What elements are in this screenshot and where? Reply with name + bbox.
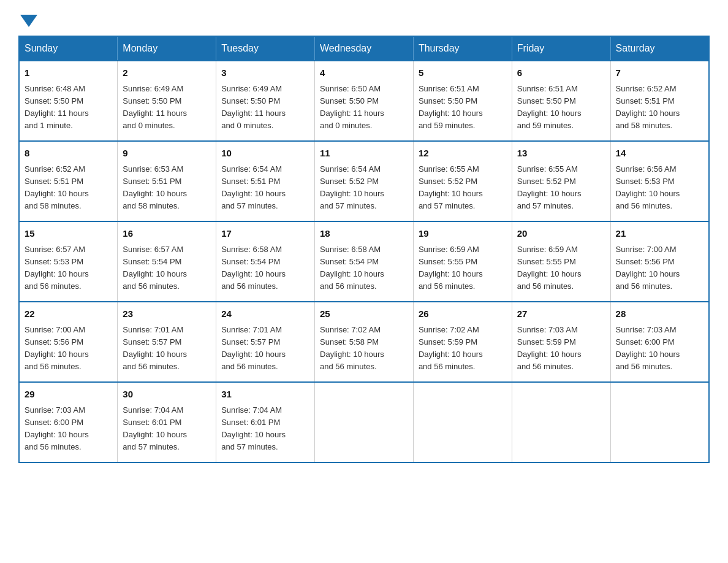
day-info: Sunrise: 6:53 AMSunset: 5:51 PMDaylight:…: [123, 164, 187, 210]
calendar-header-wednesday: Wednesday: [315, 36, 414, 61]
day-info: Sunrise: 6:54 AMSunset: 5:51 PMDaylight:…: [221, 164, 286, 210]
day-number: 12: [419, 147, 507, 161]
day-number: 18: [320, 227, 408, 241]
day-number: 21: [616, 227, 703, 241]
calendar-cell: 8Sunrise: 6:52 AMSunset: 5:51 PMDaylight…: [19, 141, 118, 221]
day-info: Sunrise: 6:48 AMSunset: 5:50 PMDaylight:…: [25, 84, 89, 130]
day-info: Sunrise: 6:54 AMSunset: 5:52 PMDaylight:…: [320, 164, 384, 210]
calendar-cell: 25Sunrise: 7:02 AMSunset: 5:58 PMDayligh…: [315, 302, 414, 382]
day-number: 20: [517, 227, 605, 241]
calendar-cell: 26Sunrise: 7:02 AMSunset: 5:59 PMDayligh…: [413, 302, 512, 382]
calendar-cell: 30Sunrise: 7:04 AMSunset: 6:01 PMDayligh…: [118, 382, 216, 462]
day-info: Sunrise: 6:56 AMSunset: 5:53 PMDaylight:…: [616, 164, 680, 210]
calendar-header-monday: Monday: [118, 36, 216, 61]
calendar-cell: 5Sunrise: 6:51 AMSunset: 5:50 PMDaylight…: [413, 61, 512, 141]
calendar-cell: [512, 382, 610, 462]
day-number: 3: [221, 66, 309, 80]
logo: [18, 12, 37, 23]
day-info: Sunrise: 6:50 AMSunset: 5:50 PMDaylight:…: [320, 84, 384, 130]
day-info: Sunrise: 6:52 AMSunset: 5:51 PMDaylight:…: [25, 164, 89, 210]
calendar-cell: 4Sunrise: 6:50 AMSunset: 5:50 PMDaylight…: [315, 61, 414, 141]
calendar-header-row: SundayMondayTuesdayWednesdayThursdayFrid…: [19, 36, 709, 61]
calendar-week-row: 1Sunrise: 6:48 AMSunset: 5:50 PMDaylight…: [19, 61, 709, 141]
calendar-cell: 14Sunrise: 6:56 AMSunset: 5:53 PMDayligh…: [610, 141, 709, 221]
calendar-week-row: 15Sunrise: 6:57 AMSunset: 5:53 PMDayligh…: [19, 221, 709, 302]
day-info: Sunrise: 6:51 AMSunset: 5:50 PMDaylight:…: [419, 84, 483, 130]
day-number: 31: [221, 388, 309, 402]
day-info: Sunrise: 7:03 AMSunset: 6:00 PMDaylight:…: [25, 405, 89, 451]
calendar-header-sunday: Sunday: [19, 36, 118, 61]
calendar-week-row: 8Sunrise: 6:52 AMSunset: 5:51 PMDaylight…: [19, 141, 709, 221]
page-header: [18, 12, 710, 23]
calendar-week-row: 29Sunrise: 7:03 AMSunset: 6:00 PMDayligh…: [19, 382, 709, 462]
day-info: Sunrise: 6:49 AMSunset: 5:50 PMDaylight:…: [221, 84, 286, 130]
day-number: 23: [123, 307, 211, 321]
calendar-header-friday: Friday: [512, 36, 610, 61]
day-info: Sunrise: 6:49 AMSunset: 5:50 PMDaylight:…: [123, 84, 187, 130]
calendar-header-saturday: Saturday: [610, 36, 709, 61]
day-info: Sunrise: 7:03 AMSunset: 6:00 PMDaylight:…: [616, 325, 680, 371]
day-number: 11: [320, 147, 408, 161]
day-number: 27: [517, 307, 605, 321]
day-info: Sunrise: 6:55 AMSunset: 5:52 PMDaylight:…: [419, 164, 483, 210]
logo-triangle-icon: [20, 15, 37, 27]
calendar-cell: [413, 382, 512, 462]
day-info: Sunrise: 7:00 AMSunset: 5:56 PMDaylight:…: [616, 245, 680, 291]
day-number: 17: [221, 227, 309, 241]
day-info: Sunrise: 6:59 AMSunset: 5:55 PMDaylight:…: [517, 245, 582, 291]
calendar-cell: 2Sunrise: 6:49 AMSunset: 5:50 PMDaylight…: [118, 61, 216, 141]
day-number: 2: [123, 66, 211, 80]
day-number: 5: [419, 66, 507, 80]
day-number: 14: [616, 147, 703, 161]
calendar-cell: 28Sunrise: 7:03 AMSunset: 6:00 PMDayligh…: [610, 302, 709, 382]
day-number: 4: [320, 66, 408, 80]
calendar-cell: 10Sunrise: 6:54 AMSunset: 5:51 PMDayligh…: [216, 141, 315, 221]
calendar-cell: 31Sunrise: 7:04 AMSunset: 6:01 PMDayligh…: [216, 382, 315, 462]
calendar-cell: 21Sunrise: 7:00 AMSunset: 5:56 PMDayligh…: [610, 221, 709, 302]
calendar-cell: 15Sunrise: 6:57 AMSunset: 5:53 PMDayligh…: [19, 221, 118, 302]
calendar-cell: 24Sunrise: 7:01 AMSunset: 5:57 PMDayligh…: [216, 302, 315, 382]
day-info: Sunrise: 6:58 AMSunset: 5:54 PMDaylight:…: [221, 245, 286, 291]
day-number: 22: [25, 307, 112, 321]
calendar-cell: 11Sunrise: 6:54 AMSunset: 5:52 PMDayligh…: [315, 141, 414, 221]
day-info: Sunrise: 7:00 AMSunset: 5:56 PMDaylight:…: [25, 325, 89, 371]
day-info: Sunrise: 6:51 AMSunset: 5:50 PMDaylight:…: [517, 84, 582, 130]
day-number: 7: [616, 66, 703, 80]
calendar-header-tuesday: Tuesday: [216, 36, 315, 61]
calendar-cell: 13Sunrise: 6:55 AMSunset: 5:52 PMDayligh…: [512, 141, 610, 221]
calendar-cell: [610, 382, 709, 462]
day-info: Sunrise: 7:01 AMSunset: 5:57 PMDaylight:…: [221, 325, 286, 371]
day-number: 1: [25, 66, 112, 80]
day-info: Sunrise: 7:03 AMSunset: 5:59 PMDaylight:…: [517, 325, 582, 371]
day-info: Sunrise: 6:57 AMSunset: 5:53 PMDaylight:…: [25, 245, 89, 291]
calendar-cell: 17Sunrise: 6:58 AMSunset: 5:54 PMDayligh…: [216, 221, 315, 302]
day-number: 16: [123, 227, 211, 241]
calendar-cell: 12Sunrise: 6:55 AMSunset: 5:52 PMDayligh…: [413, 141, 512, 221]
day-number: 10: [221, 147, 309, 161]
calendar-cell: 23Sunrise: 7:01 AMSunset: 5:57 PMDayligh…: [118, 302, 216, 382]
day-number: 8: [25, 147, 112, 161]
day-info: Sunrise: 6:55 AMSunset: 5:52 PMDaylight:…: [517, 164, 582, 210]
calendar-cell: 20Sunrise: 6:59 AMSunset: 5:55 PMDayligh…: [512, 221, 610, 302]
day-info: Sunrise: 6:57 AMSunset: 5:54 PMDaylight:…: [123, 245, 187, 291]
day-number: 29: [25, 388, 112, 402]
calendar-cell: 6Sunrise: 6:51 AMSunset: 5:50 PMDaylight…: [512, 61, 610, 141]
day-number: 30: [123, 388, 211, 402]
day-info: Sunrise: 6:59 AMSunset: 5:55 PMDaylight:…: [419, 245, 483, 291]
calendar-cell: 3Sunrise: 6:49 AMSunset: 5:50 PMDaylight…: [216, 61, 315, 141]
day-info: Sunrise: 7:04 AMSunset: 6:01 PMDaylight:…: [221, 405, 286, 451]
calendar-cell: [315, 382, 414, 462]
calendar-cell: 7Sunrise: 6:52 AMSunset: 5:51 PMDaylight…: [610, 61, 709, 141]
day-number: 26: [419, 307, 507, 321]
day-number: 15: [25, 227, 112, 241]
calendar-cell: 22Sunrise: 7:00 AMSunset: 5:56 PMDayligh…: [19, 302, 118, 382]
calendar-cell: 19Sunrise: 6:59 AMSunset: 5:55 PMDayligh…: [413, 221, 512, 302]
day-number: 13: [517, 147, 605, 161]
day-info: Sunrise: 6:52 AMSunset: 5:51 PMDaylight:…: [616, 84, 680, 130]
day-info: Sunrise: 7:02 AMSunset: 5:58 PMDaylight:…: [320, 325, 384, 371]
calendar-cell: 16Sunrise: 6:57 AMSunset: 5:54 PMDayligh…: [118, 221, 216, 302]
calendar-cell: 1Sunrise: 6:48 AMSunset: 5:50 PMDaylight…: [19, 61, 118, 141]
calendar-cell: 9Sunrise: 6:53 AMSunset: 5:51 PMDaylight…: [118, 141, 216, 221]
calendar-table: SundayMondayTuesdayWednesdayThursdayFrid…: [18, 36, 710, 463]
day-number: 28: [616, 307, 703, 321]
